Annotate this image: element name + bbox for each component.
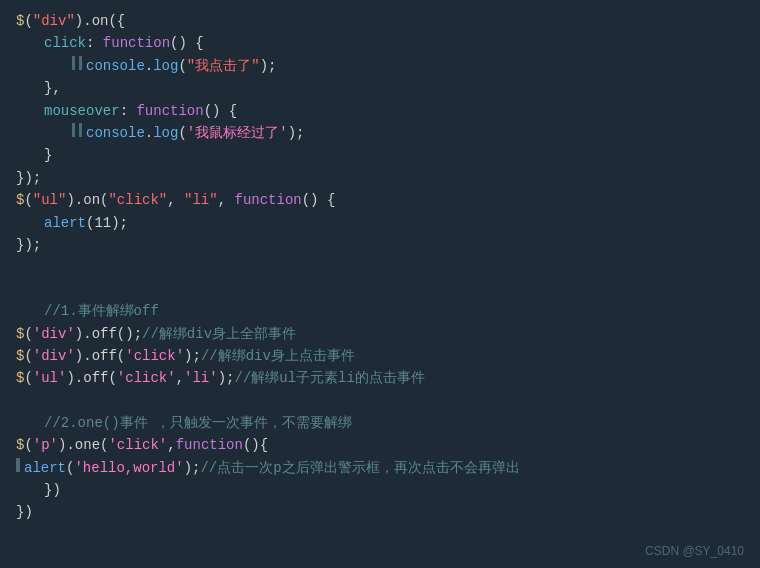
- code-token: });: [16, 167, 41, 189]
- code-token: (: [24, 10, 32, 32]
- code-token: log: [153, 55, 178, 77]
- code-token: ).off();: [75, 323, 142, 345]
- code-token: (: [24, 189, 32, 211]
- code-token: }: [44, 144, 52, 166]
- code-editor: $("div").on({ click: function() { consol…: [0, 0, 760, 568]
- indent-bar: [79, 123, 82, 137]
- code-line-7: }: [28, 144, 760, 166]
- code-token: .: [145, 122, 153, 144]
- code-token: alert: [24, 457, 66, 479]
- code-line-2: click: function() {: [28, 32, 760, 54]
- blank-line: [0, 278, 760, 300]
- code-token: );: [184, 457, 201, 479]
- code-token: () {: [170, 32, 204, 54]
- code-token: console: [86, 122, 145, 144]
- code-token: 'div': [33, 345, 75, 367]
- code-token: $: [16, 189, 24, 211]
- code-token: (){: [243, 434, 268, 456]
- code-line-11: });: [0, 234, 760, 256]
- code-line-8: });: [0, 167, 760, 189]
- code-token: "div": [33, 10, 75, 32]
- code-token: 'click': [117, 367, 176, 389]
- code-token: //解绑div身上全部事件: [142, 323, 296, 345]
- code-token: "我点击了": [187, 55, 260, 77]
- code-token: click: [44, 32, 86, 54]
- code-line-14: $('div').off('click');//解绑div身上点击事件: [0, 345, 760, 367]
- code-token: ).off(: [75, 345, 125, 367]
- code-line-17: $('p').one('click',function(){: [0, 434, 760, 456]
- code-token: );: [260, 55, 277, 77]
- code-token: ).one(: [58, 434, 108, 456]
- code-token: //1.事件解绑off: [44, 300, 159, 322]
- code-token: ,: [167, 434, 175, 456]
- code-token: });: [16, 234, 41, 256]
- blank-line: [0, 390, 760, 412]
- code-token: ).on(: [66, 189, 108, 211]
- code-token: $: [16, 10, 24, 32]
- code-token: "click": [108, 189, 167, 211]
- code-token: mouseover: [44, 100, 120, 122]
- code-token: () {: [204, 100, 238, 122]
- code-token: '我鼠标经过了': [187, 122, 288, 144]
- code-line-10: alert(11);: [28, 212, 760, 234]
- code-line-13: $('div').off();//解绑div身上全部事件: [0, 323, 760, 345]
- code-token: $: [16, 345, 24, 367]
- code-token: () {: [302, 189, 336, 211]
- code-token: :: [86, 32, 103, 54]
- blank-line: [0, 256, 760, 278]
- code-line-9: $("ul").on("click", "li", function() {: [0, 189, 760, 211]
- code-token: //点击一次p之后弹出警示框，再次点击不会再弹出: [200, 457, 519, 479]
- code-token: //2.one()事件 ，只触发一次事件，不需要解绑: [44, 412, 352, 434]
- code-line-19: }): [28, 479, 760, 501]
- code-token: ,: [167, 189, 184, 211]
- code-line-3: console.log("我点击了");: [56, 55, 760, 77]
- code-line-12: //1.事件解绑off: [28, 300, 760, 322]
- code-token: 'ul': [33, 367, 67, 389]
- code-token: (11);: [86, 212, 128, 234]
- indent-bar: [72, 56, 75, 70]
- code-token: //解绑div身上点击事件: [201, 345, 355, 367]
- code-token: "ul": [33, 189, 67, 211]
- code-token: $: [16, 367, 24, 389]
- code-token: "li": [184, 189, 218, 211]
- code-token: (: [178, 55, 186, 77]
- code-line-4: },: [28, 77, 760, 99]
- code-token: 'hello,world': [74, 457, 183, 479]
- code-line-5: mouseover: function() {: [28, 100, 760, 122]
- code-line-16: //2.one()事件 ，只触发一次事件，不需要解绑: [28, 412, 760, 434]
- code-token: //解绑ul子元素li的点击事件: [234, 367, 424, 389]
- code-token: );: [218, 367, 235, 389]
- code-token: ,: [218, 189, 235, 211]
- code-token: $: [16, 434, 24, 456]
- code-line-18: alert('hello,world');//点击一次p之后弹出警示框，再次点击…: [0, 457, 760, 479]
- code-token: ).on({: [75, 10, 125, 32]
- code-token: (: [24, 345, 32, 367]
- code-token: 'p': [33, 434, 58, 456]
- code-line-20: }): [0, 501, 760, 523]
- code-token: 'click': [108, 434, 167, 456]
- code-token: 'div': [33, 323, 75, 345]
- code-token: }): [16, 501, 33, 523]
- code-token: function: [234, 189, 301, 211]
- indent-bar: [16, 458, 20, 472]
- indent-bar: [72, 123, 75, 137]
- code-line-6: console.log('我鼠标经过了');: [56, 122, 760, 144]
- code-line-15: $('ul').off('click','li');//解绑ul子元素li的点击…: [0, 367, 760, 389]
- code-token: :: [120, 100, 137, 122]
- code-token: ,: [176, 367, 184, 389]
- watermark: CSDN @SY_0410: [645, 544, 744, 558]
- code-token: (: [178, 122, 186, 144]
- code-token: $: [16, 323, 24, 345]
- code-token: function: [103, 32, 170, 54]
- code-token: );: [288, 122, 305, 144]
- code-line-1: $("div").on({: [0, 10, 760, 32]
- code-token: (: [66, 457, 74, 479]
- code-token: (: [24, 367, 32, 389]
- code-token: );: [184, 345, 201, 367]
- code-token: 'click': [125, 345, 184, 367]
- code-token: .: [145, 55, 153, 77]
- code-token: ).off(: [66, 367, 116, 389]
- code-token: function: [136, 100, 203, 122]
- code-token: 'li': [184, 367, 218, 389]
- code-token: alert: [44, 212, 86, 234]
